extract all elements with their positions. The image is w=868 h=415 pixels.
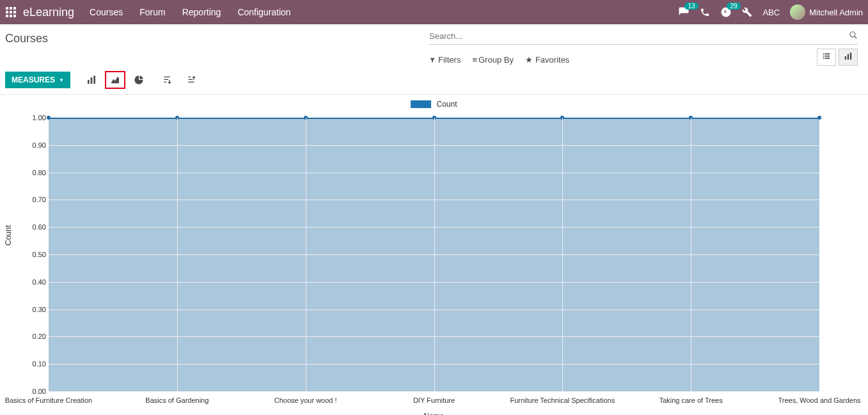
svg-rect-12: [825, 53, 830, 54]
list-icon: [822, 52, 831, 61]
sort-desc-icon: [162, 75, 172, 85]
x-tick: Choose your wood !: [274, 396, 337, 404]
chart-area: Count Count 0.000.100.200.300.400.500.60…: [0, 95, 868, 415]
area-chart-icon: [110, 75, 120, 85]
sort-asc-button[interactable]: [182, 72, 201, 88]
user-name: Mitchell Admin: [809, 8, 863, 17]
grid-line-vertical: [306, 118, 306, 391]
svg-rect-11: [823, 53, 825, 54]
pie-chart-icon: [134, 75, 144, 85]
y-tick: 0.80: [24, 169, 46, 176]
activity-badge: 29: [727, 3, 740, 10]
star-icon: ★: [525, 55, 533, 65]
svg-rect-22: [93, 75, 95, 84]
data-point: [47, 116, 51, 120]
x-tick: DIY Furniture: [413, 396, 455, 404]
bar-chart-icon: [86, 75, 97, 85]
bar-chart-button[interactable]: [82, 71, 101, 89]
debug-icon[interactable]: [742, 7, 752, 17]
x-tick: Taking care of Trees: [659, 396, 723, 404]
phone-icon[interactable]: [700, 7, 710, 17]
y-tick: 1.00: [24, 114, 46, 121]
svg-rect-19: [850, 52, 851, 59]
svg-rect-21: [91, 77, 93, 84]
brand-title[interactable]: eLearning: [23, 6, 74, 19]
chart-legend: Count: [0, 100, 868, 109]
svg-rect-7: [10, 15, 12, 17]
line-chart-button[interactable]: [105, 71, 125, 89]
measures-label: MEASURES: [12, 75, 55, 84]
pie-chart-button[interactable]: [129, 71, 148, 89]
bar-chart-icon: [844, 52, 853, 61]
legend-count-label: Count: [436, 100, 457, 109]
y-tick: 0.50: [24, 251, 46, 258]
sort-desc-button[interactable]: [157, 72, 177, 88]
user-menu[interactable]: Mitchell Admin: [790, 4, 863, 20]
svg-rect-15: [823, 58, 825, 59]
y-tick: 0.30: [24, 306, 46, 313]
svg-rect-13: [823, 56, 825, 57]
company-name[interactable]: ABC: [762, 8, 780, 17]
page-title: Courses: [5, 28, 48, 49]
x-tick: Trees, Wood and Gardens: [778, 396, 860, 404]
grid-line-vertical: [691, 118, 691, 391]
svg-rect-2: [13, 7, 16, 10]
x-tick: Basics of Furniture Creation: [5, 396, 92, 404]
svg-rect-17: [845, 56, 846, 59]
svg-rect-4: [10, 11, 12, 13]
svg-rect-5: [13, 11, 16, 13]
nav-reporting[interactable]: Reporting: [182, 7, 221, 17]
svg-rect-14: [825, 56, 830, 57]
graph-view-button[interactable]: [839, 49, 858, 66]
favorites-label: Favorites: [535, 55, 569, 65]
y-tick: 0.10: [24, 360, 46, 368]
svg-rect-3: [6, 11, 8, 13]
svg-rect-18: [848, 54, 849, 60]
plot-area: [49, 118, 819, 391]
groupby-dropdown[interactable]: ≡ Group By: [472, 55, 514, 65]
data-point: [817, 116, 821, 120]
svg-rect-16: [825, 58, 830, 59]
search-icon[interactable]: [849, 31, 858, 42]
chat-icon[interactable]: 13: [678, 6, 690, 18]
search-input[interactable]: [429, 31, 849, 41]
nav-forum[interactable]: Forum: [139, 7, 165, 17]
y-axis-label: Count: [4, 225, 13, 246]
y-tick: 0.20: [24, 333, 46, 340]
y-tick: 0.90: [24, 141, 46, 149]
y-tick: 0.60: [24, 223, 46, 231]
svg-rect-8: [13, 15, 16, 17]
y-tick: 0.00: [24, 388, 46, 395]
filters-dropdown[interactable]: Filters: [429, 55, 461, 65]
legend-swatch: [411, 100, 431, 108]
topbar: eLearning Courses Forum Reporting Config…: [0, 0, 868, 24]
favorites-dropdown[interactable]: ★ Favorites: [525, 55, 569, 65]
measures-button[interactable]: MEASURES: [5, 72, 70, 88]
header-row: Courses Filters ≡: [0, 24, 868, 95]
filters-label: Filters: [438, 55, 461, 65]
x-axis-label: Name: [5, 412, 863, 415]
svg-point-9: [850, 32, 855, 37]
list-view-button[interactable]: [817, 49, 836, 66]
group-icon: ≡: [472, 55, 476, 65]
y-tick: 0.70: [24, 196, 46, 203]
sort-asc-icon: [186, 75, 196, 85]
svg-rect-20: [88, 80, 90, 84]
groupby-label: Group By: [478, 55, 514, 65]
x-tick: Furniture Technical Specifications: [510, 396, 615, 404]
svg-rect-6: [6, 15, 8, 17]
grid-line-vertical: [434, 118, 435, 391]
nav-courses[interactable]: Courses: [90, 7, 123, 17]
apps-icon[interactable]: [5, 6, 17, 18]
svg-rect-0: [6, 7, 8, 10]
y-tick: 0.40: [24, 278, 46, 286]
funnel-icon: [429, 57, 436, 63]
activity-icon[interactable]: 29: [720, 6, 732, 18]
svg-rect-1: [10, 7, 12, 10]
avatar: [790, 4, 805, 20]
x-tick: Basics of Gardening: [145, 396, 209, 404]
svg-line-10: [855, 36, 857, 39]
grid-line-vertical: [562, 118, 563, 391]
nav-configuration[interactable]: Configuration: [237, 7, 290, 17]
grid-line-vertical: [177, 118, 178, 391]
